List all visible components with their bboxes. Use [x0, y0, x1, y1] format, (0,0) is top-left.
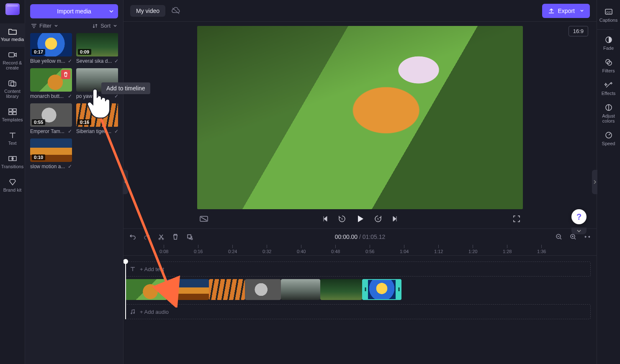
redo-button[interactable] — [144, 233, 150, 240]
media-item-butterfly[interactable]: monarch butt...✓ — [30, 68, 72, 99]
right-rail-label: Fade — [603, 46, 614, 51]
sort-label: Sort — [100, 23, 111, 29]
clip-tamarin[interactable] — [245, 279, 281, 300]
delete-media-icon[interactable] — [61, 70, 70, 79]
right-rail-effects[interactable]: Effects — [597, 77, 620, 100]
play-button[interactable] — [355, 214, 365, 223]
prev-frame-button[interactable] — [321, 215, 329, 223]
audio-track[interactable]: + Add audio — [125, 304, 591, 319]
svg-point-20 — [133, 312, 135, 314]
left-rail: Your mediaRecord & createContent library… — [0, 0, 25, 364]
zoom-out-button[interactable] — [556, 233, 562, 240]
ruler-tick: 1:12 — [434, 245, 443, 254]
total-time: 01:05.12 — [363, 233, 386, 240]
media-label: Several sika d... — [76, 58, 112, 64]
text-track[interactable]: + Add text — [125, 261, 591, 277]
your-media-icon — [8, 28, 17, 35]
chevron-down-icon — [54, 24, 58, 28]
svg-rect-1 — [9, 81, 14, 86]
clip-butterfly[interactable] — [125, 279, 167, 300]
timeline-tracks[interactable]: + Add text + Add audio — [123, 256, 597, 364]
rail-item-transitions[interactable]: Transitions — [0, 151, 25, 174]
playhead[interactable] — [125, 261, 126, 319]
rail-item-templates[interactable]: Templates — [0, 104, 25, 127]
right-rail-filters[interactable]: Filters — [597, 55, 620, 77]
added-check-icon: ✓ — [68, 164, 72, 169]
captions-icon: CC — [605, 8, 613, 16]
cloud-off-icon — [171, 7, 180, 15]
export-label: Export — [558, 8, 575, 14]
help-button[interactable]: ? — [571, 209, 587, 224]
clip-hippo[interactable] — [281, 279, 320, 300]
rail-item-text[interactable]: Text — [0, 127, 25, 151]
right-rail-label: Adjust colors — [602, 113, 615, 123]
undo-button[interactable] — [129, 233, 136, 240]
right-rail-captions[interactable]: CCCaptions — [597, 4, 620, 27]
media-item-deer[interactable]: 0:09 Several sika d...✓ — [76, 33, 118, 64]
add-text-label: + Add text — [140, 266, 164, 272]
media-item-slowmo[interactable]: 0:10 slow motion a...✓ — [30, 138, 72, 169]
export-button[interactable]: Export — [542, 4, 590, 18]
clip-tiger[interactable] — [209, 279, 245, 300]
clip-parrot[interactable] — [362, 279, 401, 300]
right-rail-fade[interactable]: Fade — [597, 32, 620, 55]
delete-button[interactable] — [172, 233, 179, 240]
zoom-in-button[interactable] — [570, 233, 576, 240]
rewind-button[interactable]: 5 — [338, 215, 346, 223]
split-button[interactable] — [158, 233, 165, 240]
fit-timeline-button[interactable] — [584, 233, 591, 240]
upload-icon — [548, 8, 555, 14]
sort-button[interactable]: Sort — [92, 23, 117, 29]
ruler-tick: 1:36 — [537, 245, 546, 254]
rail-item-brand-kit[interactable]: Brand kit — [0, 174, 25, 197]
media-thumbnail — [30, 68, 72, 92]
fade-icon — [605, 36, 613, 44]
brand-kit-icon — [8, 178, 17, 186]
video-track[interactable] — [125, 279, 591, 300]
clip-slowmo[interactable] — [167, 279, 209, 300]
media-item-tiger[interactable]: 0:16 Siberian tiger ...✓ — [76, 103, 118, 134]
clip-deer[interactable] — [320, 279, 362, 300]
media-item-tamarin[interactable]: 0:55 Emperor Tam...✓ — [30, 103, 72, 134]
record-create-icon — [8, 51, 17, 59]
added-check-icon: ✓ — [114, 93, 118, 99]
right-rail-adjust-colors[interactable]: Adjust colors — [597, 100, 620, 128]
rail-item-record-create[interactable]: Record & create — [0, 47, 25, 75]
media-grid: 0:17 Blue yellow m...✓ 0:09 Several sika… — [30, 33, 118, 169]
aspect-ratio-button[interactable]: 16:9 — [569, 26, 588, 36]
media-label: monarch butt... — [30, 93, 65, 99]
rail-item-your-media[interactable]: Your media — [0, 23, 25, 47]
effects-icon — [605, 81, 613, 89]
media-thumbnail: 0:09 — [76, 33, 118, 56]
chevron-down-icon — [113, 24, 117, 28]
timeline-ruler[interactable]: 0:080:160:240:320:400:480:561:041:121:20… — [123, 245, 597, 256]
next-frame-button[interactable] — [391, 215, 399, 223]
project-name-input[interactable]: My video — [130, 5, 165, 17]
svg-text:5: 5 — [377, 218, 379, 220]
svg-rect-5 — [9, 112, 12, 115]
right-rail-speed[interactable]: Speed — [597, 128, 620, 150]
media-label: Blue yellow m... — [30, 58, 65, 64]
rail-item-content-library[interactable]: Content library — [0, 75, 25, 104]
preview-frame — [197, 26, 523, 209]
added-check-icon: ✓ — [68, 93, 72, 99]
text-icon — [8, 131, 17, 139]
media-duration: 0:16 — [78, 119, 91, 125]
right-rail-label: Effects — [602, 91, 615, 96]
right-rail-label: Captions — [599, 18, 617, 23]
video-preview[interactable] — [197, 26, 523, 209]
media-label: slow motion a... — [30, 164, 65, 169]
forward-button[interactable]: 5 — [374, 215, 382, 223]
chevron-down-icon — [580, 9, 584, 13]
templates-icon — [8, 108, 17, 115]
filter-button[interactable]: Filter — [31, 23, 58, 29]
import-media-button[interactable]: Import media — [30, 4, 118, 18]
fullscreen-button[interactable] — [513, 215, 520, 223]
duplicate-button[interactable] — [186, 233, 193, 240]
media-duration: 0:09 — [78, 49, 91, 55]
collapse-right-rail-button[interactable] — [592, 170, 597, 194]
preview-area: 16:9 5 5 ? — [123, 22, 597, 228]
safe-zone-toggle[interactable] — [200, 215, 208, 222]
media-item-parrot[interactable]: 0:17 Blue yellow m...✓ — [30, 33, 72, 64]
rail-item-label: Content library — [4, 89, 21, 99]
